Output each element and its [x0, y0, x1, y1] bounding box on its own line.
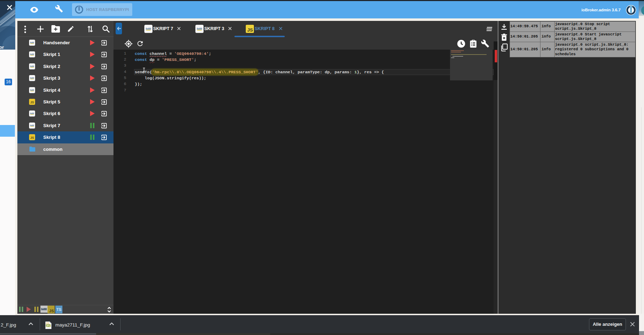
- svg-text:JS: JS: [30, 101, 34, 104]
- svg-text:JS: JS: [247, 27, 253, 33]
- svg-text:JPG: JPG: [46, 325, 50, 327]
- svg-text:JS: JS: [30, 136, 34, 140]
